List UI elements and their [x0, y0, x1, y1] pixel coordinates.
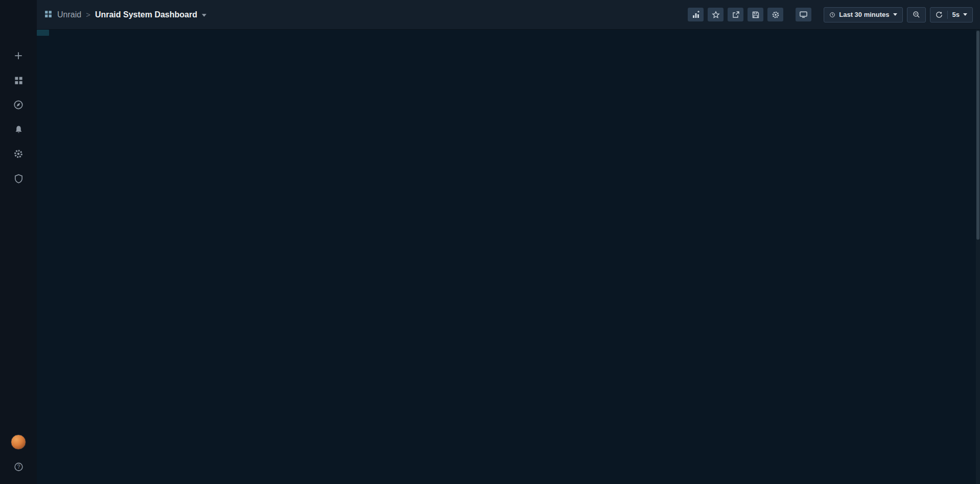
zoom-out-icon	[913, 11, 920, 18]
dashboard-settings-button[interactable]	[767, 8, 783, 21]
refresh-icon	[936, 11, 943, 18]
help-icon[interactable]	[7, 456, 30, 477]
time-range-label: Last 30 minutes	[839, 11, 889, 18]
refresh-interval-label: 5s	[952, 11, 960, 18]
explore-compass-icon[interactable]	[7, 94, 30, 116]
breadcrumb: Unraid > Unraid System Dashboard	[44, 10, 206, 20]
star-dashboard-button[interactable]	[708, 8, 724, 21]
user-avatar[interactable]	[7, 431, 30, 453]
breadcrumb-separator: >	[86, 10, 90, 19]
create-icon[interactable]	[7, 45, 30, 66]
configuration-gear-icon[interactable]	[7, 143, 30, 165]
main-area: Unraid > Unraid System Dashboard Last 30…	[37, 0, 980, 484]
dashboard-title[interactable]: Unraid System Dashboard	[95, 10, 197, 19]
share-dashboard-button[interactable]	[728, 8, 743, 21]
page-scrollbar[interactable]	[976, 30, 980, 484]
time-range-picker[interactable]: Last 30 minutes	[824, 7, 902, 22]
grafana-logo-icon[interactable]	[7, 7, 30, 32]
grafana-app: Unraid > Unraid System Dashboard Last 30…	[0, 0, 980, 484]
admin-shield-icon[interactable]	[7, 168, 30, 189]
save-dashboard-button[interactable]	[748, 8, 763, 21]
sidebar	[0, 0, 37, 484]
dashboards-icon[interactable]	[7, 70, 30, 91]
top-navbar: Unraid > Unraid System Dashboard Last 30…	[37, 0, 980, 30]
alerting-bell-icon[interactable]	[7, 119, 30, 140]
scrollbar-thumb[interactable]	[976, 31, 979, 240]
refresh-picker[interactable]: 5s	[930, 7, 973, 22]
zoom-out-time-button[interactable]	[907, 7, 926, 22]
dashboard-canvas: kWh Price 0.65 Currency kr UPS Max Outpu…	[37, 30, 49, 36]
dashboard-grid-icon	[44, 10, 53, 20]
breadcrumb-folder[interactable]: Unraid	[57, 10, 81, 19]
clock-icon	[829, 12, 835, 18]
nav-actions: Last 30 minutes 5s	[688, 7, 973, 22]
chevron-down-icon	[963, 13, 967, 16]
title-caret-icon[interactable]	[202, 11, 206, 18]
add-panel-button[interactable]	[688, 8, 704, 21]
chevron-down-icon	[893, 13, 897, 16]
cycle-view-mode-button[interactable]	[796, 8, 811, 21]
